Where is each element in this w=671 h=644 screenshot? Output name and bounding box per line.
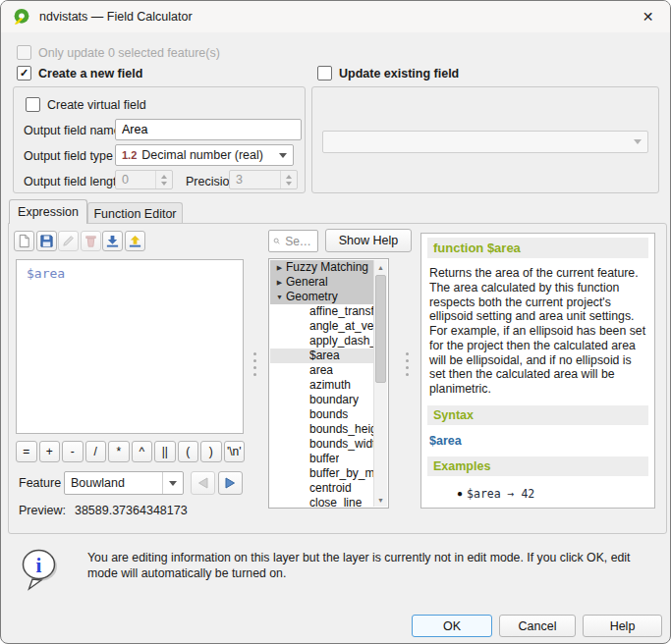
close-button[interactable]: ✕: [626, 1, 670, 32]
titlebar: ndvistats — Field Calculator ✕: [1, 1, 670, 32]
checkbox-box: [26, 97, 40, 112]
output-field-name-input[interactable]: [115, 119, 302, 140]
field-calculator-dialog: ndvistats — Field Calculator ✕ Only upda…: [0, 0, 671, 644]
output-field-type-label: Output field type: [24, 149, 113, 163]
ok-button[interactable]: OK: [412, 615, 492, 637]
edit-mode-warning-message: You are editing information on this laye…: [87, 551, 649, 582]
window-title: ndvistats — Field Calculator: [39, 10, 193, 24]
spinner-arrows-icon[interactable]: [155, 171, 172, 188]
chevron-down-icon: [279, 153, 287, 158]
svg-text:i: i: [36, 554, 42, 577]
update-field-groupbox: [311, 86, 659, 193]
checkbox-box: [17, 45, 31, 60]
qgis-logo-icon: [13, 8, 30, 26]
tab-content-frame: [8, 223, 667, 534]
create-new-field-checkbox[interactable]: Create a new field: [17, 66, 142, 80]
help-button[interactable]: Help: [583, 615, 662, 637]
only-update-selected-checkbox[interactable]: Only update 0 selected feature(s): [17, 45, 220, 60]
cancel-button[interactable]: Cancel: [499, 615, 576, 637]
checkbox-box: [17, 66, 31, 80]
update-existing-field-checkbox[interactable]: Update existing field: [317, 66, 459, 80]
chevron-down-icon: [634, 139, 642, 144]
output-field-length-spinner[interactable]: 0: [115, 170, 173, 189]
existing-field-select[interactable]: [322, 131, 648, 153]
tab-function-editor[interactable]: Function Editor: [87, 202, 183, 224]
tab-expression[interactable]: Expression: [9, 199, 87, 224]
precision-spinner[interactable]: 3: [229, 170, 298, 189]
decimal-number-type-icon: 1.2: [122, 149, 137, 161]
create-virtual-field-checkbox[interactable]: Create virtual field: [26, 97, 146, 112]
info-icon: i: [18, 546, 61, 591]
new-field-groupbox: Create virtual field Output field name O…: [13, 86, 306, 193]
spinner-arrows-icon[interactable]: [280, 171, 297, 188]
output-field-length-label: Output field length: [24, 175, 123, 188]
output-field-name-label: Output field name: [24, 124, 121, 137]
checkbox-box: [317, 66, 332, 80]
output-field-type-select[interactable]: 1.2 Decimal number (real): [115, 144, 294, 166]
